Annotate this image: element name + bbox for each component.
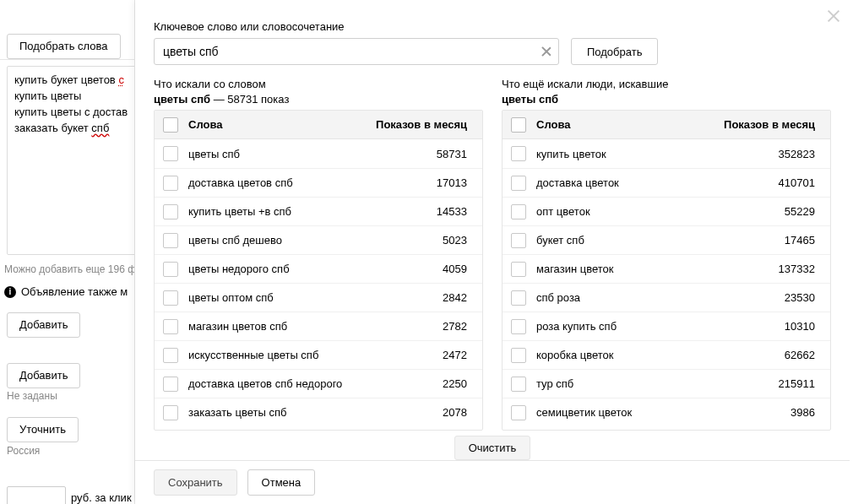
table-row[interactable]: букет спб17465	[503, 225, 830, 254]
row-count: 55229	[714, 205, 815, 218]
table-row[interactable]: купить цветок352823	[503, 139, 830, 168]
table-row[interactable]: доставка цветов спб недорого2250	[155, 369, 482, 398]
right-table-head: Слова Показов в месяц	[503, 111, 830, 139]
add-button-2[interactable]: Добавить	[7, 363, 80, 388]
row-checkbox[interactable]	[511, 319, 526, 334]
right-table: Слова Показов в месяц купить цветок35282…	[502, 110, 831, 431]
row-checkbox[interactable]	[163, 204, 178, 219]
row-checkbox[interactable]	[511, 405, 526, 420]
table-row[interactable]: доставка цветов спб17013	[155, 168, 482, 197]
row-count: 17465	[714, 234, 815, 247]
row-word: доставка цветов спб недорого	[188, 377, 366, 390]
row-checkbox[interactable]	[511, 262, 526, 277]
cancel-button[interactable]: Отмена	[247, 469, 316, 496]
select-words-button[interactable]: Подобрать слова	[7, 34, 121, 59]
right-column: Что ещё искали люди, искавшие цветы спб …	[502, 77, 831, 427]
row-checkbox[interactable]	[163, 146, 178, 161]
row-count: 17013	[366, 176, 467, 189]
row-word: опт цветок	[536, 205, 714, 218]
table-row[interactable]: цветы спб дешево5023	[155, 225, 482, 254]
table-row[interactable]: цветы недорого спб4059	[155, 254, 482, 283]
table-row[interactable]: опт цветок55229	[503, 197, 830, 225]
price-row: руб. за клик	[7, 486, 132, 504]
row-count: 3986	[714, 406, 815, 419]
row-checkbox[interactable]	[511, 290, 526, 306]
row-checkbox[interactable]	[511, 377, 526, 392]
table-row[interactable]: тур спб215911	[503, 369, 830, 398]
left-table-head: Слова Показов в месяц	[155, 111, 482, 139]
remaining-hint: Можно добавить еще 196 ф	[4, 263, 136, 275]
row-count: 62662	[714, 349, 815, 361]
row-word: цветы оптом спб	[188, 291, 366, 304]
row-word: доставка цветок	[536, 176, 714, 189]
info-icon: i	[4, 286, 16, 298]
clear-button[interactable]: Очистить	[454, 436, 531, 460]
row-word: цветы спб	[188, 148, 366, 160]
row-checkbox[interactable]	[511, 146, 526, 161]
row-checkbox[interactable]	[163, 405, 178, 420]
row-checkbox[interactable]	[163, 319, 178, 334]
left-caption: Что искали со словом цветы спб — 58731 п…	[154, 77, 483, 106]
keyword-picker-modal: Ключевое слово или словосочетание Подобр…	[135, 0, 853, 504]
clear-row: Очистить	[135, 427, 850, 460]
table-row[interactable]: магазин цветок137332	[503, 254, 830, 283]
table-row[interactable]: коробка цветок62662	[503, 340, 830, 369]
row-checkbox[interactable]	[163, 290, 178, 306]
row-word: коробка цветок	[536, 349, 714, 361]
row-count: 2782	[366, 320, 467, 333]
table-row[interactable]: заказать цветы спб2078	[155, 398, 482, 426]
row-count: 58731	[366, 148, 467, 160]
row-checkbox[interactable]	[511, 348, 526, 363]
row-count: 4059	[366, 263, 467, 275]
row-word: искусственные цветы спб	[188, 349, 366, 361]
row-count: 5023	[366, 234, 467, 247]
price-input[interactable]	[7, 486, 66, 504]
textarea-line: купить букет цветов с	[14, 73, 143, 89]
table-row[interactable]: цветы оптом спб2842	[155, 283, 482, 312]
row-word: тур спб	[536, 377, 714, 390]
row-word: спб роза	[536, 291, 714, 304]
row-count: 14533	[366, 205, 467, 218]
row-count: 215911	[714, 377, 815, 390]
select-all-checkbox[interactable]	[511, 117, 526, 133]
add-button[interactable]: Добавить	[7, 312, 80, 338]
left-column: Что искали со словом цветы спб — 58731 п…	[154, 77, 483, 427]
row-checkbox[interactable]	[163, 176, 178, 191]
row-checkbox[interactable]	[163, 348, 178, 363]
table-row[interactable]: спб роза23530	[503, 283, 830, 312]
row-checkbox[interactable]	[163, 233, 178, 248]
row-word: купить цветы +в спб	[188, 205, 366, 218]
table-row[interactable]: купить цветы +в спб14533	[155, 197, 482, 225]
row-checkbox[interactable]	[163, 377, 178, 392]
row-checkbox[interactable]	[163, 262, 178, 277]
row-checkbox[interactable]	[511, 233, 526, 248]
pick-button[interactable]: Подобрать	[571, 38, 658, 65]
row-checkbox[interactable]	[511, 176, 526, 191]
table-row[interactable]: магазин цветов спб2782	[155, 312, 482, 340]
refine-button[interactable]: Уточнить	[7, 417, 79, 442]
clear-input-icon[interactable]	[541, 46, 552, 57]
keyword-input[interactable]	[154, 38, 559, 65]
table-row[interactable]: искусственные цветы спб2472	[155, 340, 482, 369]
search-section: Ключевое слово или словосочетание Подобр…	[135, 0, 850, 77]
textarea-line: купить цветы с достав	[14, 105, 143, 121]
left-table-body[interactable]: цветы спб58731доставка цветов спб17013ку…	[155, 139, 482, 430]
search-label: Ключевое слово или словосочетание	[154, 20, 831, 33]
table-row[interactable]: доставка цветок410701	[503, 168, 830, 197]
select-all-checkbox[interactable]	[163, 117, 178, 133]
table-row[interactable]: роза купить спб10310	[503, 312, 830, 340]
row-count: 2250	[366, 377, 467, 390]
table-row[interactable]: цветы спб58731	[155, 139, 482, 168]
price-suffix: руб. за клик	[71, 491, 132, 504]
row-count: 2472	[366, 349, 467, 361]
row-word: семицветик цветок	[536, 406, 714, 419]
keywords-textarea[interactable]: купить букет цветов скупить цветыкупить …	[7, 66, 150, 255]
col-word-header: Слова	[188, 118, 357, 131]
save-button[interactable]: Сохранить	[154, 469, 237, 496]
row-word: магазин цветок	[536, 263, 714, 275]
row-word: цветы спб дешево	[188, 234, 366, 247]
right-table-body[interactable]: купить цветок352823доставка цветок410701…	[503, 139, 830, 430]
textarea-line: купить цветы	[14, 89, 143, 105]
row-checkbox[interactable]	[511, 204, 526, 219]
table-row[interactable]: семицветик цветок3986	[503, 398, 830, 426]
